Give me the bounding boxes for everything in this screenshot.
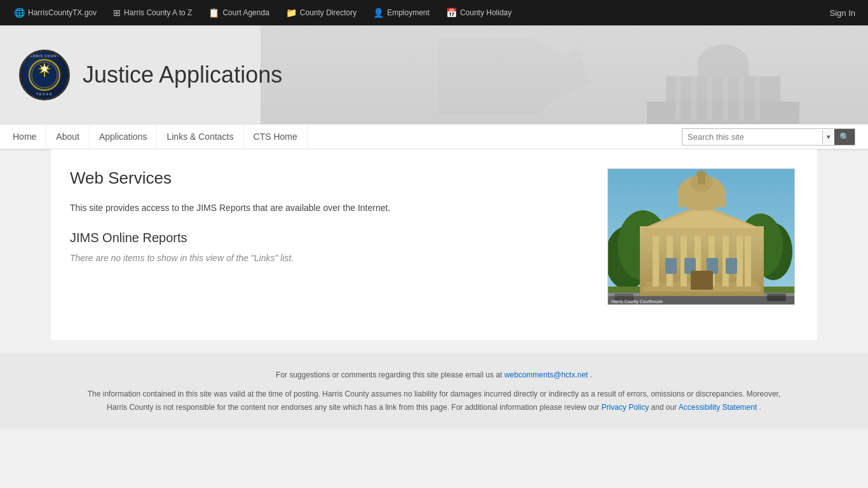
page-description: This site provides access to the JIMS Re…	[70, 201, 582, 215]
top-link-harriscountytx[interactable]: 🌐 HarrisCountyTX.gov	[6, 0, 104, 25]
site-title: Justice Applications	[83, 62, 282, 88]
svg-rect-32	[643, 228, 761, 236]
footer-disclaimer-end: .	[759, 403, 761, 412]
courthouse-svg: Harris County Courthouse	[608, 169, 795, 305]
top-link-court-agenda[interactable]: 📋 Court Agenda	[201, 0, 276, 25]
no-items-text: There are no items to show in this view …	[70, 253, 582, 263]
calendar-icon: 📋	[208, 8, 219, 18]
section-heading: JIMS Online Reports	[70, 231, 582, 245]
courthouse-image: Harris County Courthouse	[607, 168, 795, 305]
svg-rect-24	[653, 233, 659, 287]
nav-item-links-contacts[interactable]: Links & Contacts	[157, 124, 243, 149]
search-dropdown-icon[interactable]: ▾	[822, 130, 834, 144]
svg-rect-41	[665, 258, 677, 274]
svg-rect-8	[739, 76, 744, 121]
nav-item-cts-home[interactable]: CTS Home	[244, 124, 308, 149]
top-link-county-holiday[interactable]: 📅 County Holiday	[438, 0, 519, 25]
svg-rect-6	[707, 76, 712, 121]
footer-suggestion-prefix: For suggestions or comments regarding th…	[276, 370, 505, 379]
top-bar: 🌐 HarrisCountyTX.gov ⊞ Harris County A t…	[0, 0, 868, 25]
top-link-a-to-z[interactable]: ⊞ Harris County A to Z	[105, 0, 200, 25]
search-input[interactable]	[682, 130, 822, 144]
header-content: HARRIS COUNTY TEXAS Justice Applications	[0, 50, 301, 100]
footer-accessibility-link[interactable]: Accessibility Statement	[679, 403, 757, 412]
top-link-county-directory-label: County Directory	[300, 8, 356, 17]
site-logo: HARRIS COUNTY TEXAS	[19, 50, 70, 100]
navigation-bar: Home About Applications Links & Contacts…	[0, 124, 868, 149]
logo-text-bot: TEXAS	[27, 92, 62, 96]
main-content: Web Services This site provides access t…	[51, 149, 817, 340]
footer-suggestion: For suggestions or comments regarding th…	[51, 369, 817, 381]
top-link-a-to-z-label: Harris County A to Z	[124, 8, 192, 17]
person-icon: 👤	[373, 8, 384, 18]
site-header: HARRIS COUNTY TEXAS Justice Applications	[0, 25, 868, 124]
search-container: ▾ 🔍	[682, 128, 855, 146]
svg-rect-9	[755, 76, 760, 121]
footer: For suggestions or comments regarding th…	[0, 353, 868, 430]
footer-disclaimer-mid: and our	[651, 403, 678, 412]
content-left: Web Services This site provides access t…	[70, 168, 582, 305]
nav-item-home[interactable]: Home	[13, 124, 46, 149]
top-link-employment[interactable]: 👤 Employment	[365, 0, 437, 25]
header-background	[261, 25, 868, 124]
svg-rect-7	[723, 76, 728, 121]
footer-privacy-link[interactable]: Privacy Policy	[601, 403, 649, 412]
nav-item-applications[interactable]: Applications	[90, 124, 158, 149]
grid-icon: ⊞	[113, 8, 121, 18]
globe-icon: 🌐	[14, 8, 25, 18]
svg-rect-45	[691, 271, 713, 290]
svg-rect-31	[745, 233, 751, 287]
top-link-county-holiday-label: County Holiday	[460, 8, 512, 17]
svg-rect-44	[726, 258, 737, 274]
page-heading: Web Services	[70, 168, 582, 188]
footer-email-link[interactable]: webcomments@hctx.net	[505, 370, 588, 379]
content-area: Web Services This site provides access t…	[70, 168, 798, 305]
top-link-county-directory[interactable]: 📁 County Directory	[278, 0, 364, 25]
search-button[interactable]: 🔍	[834, 129, 855, 145]
sign-in-button[interactable]: Sign In	[824, 8, 862, 18]
svg-rect-5	[691, 76, 696, 121]
logo-text-top: HARRIS COUNTY	[27, 54, 62, 58]
footer-suggestion-suffix: .	[590, 370, 592, 379]
svg-rect-4	[675, 76, 681, 121]
holiday-icon: 📅	[446, 8, 457, 18]
top-link-harriscountytx-label: HarrisCountyTX.gov	[28, 8, 97, 17]
footer-disclaimer: The information contained in this site w…	[85, 388, 783, 414]
content-right: Harris County Courthouse	[607, 168, 798, 305]
svg-rect-30	[736, 233, 743, 287]
nav-item-about[interactable]: About	[46, 124, 90, 149]
top-link-court-agenda-label: Court Agenda	[222, 8, 269, 17]
top-link-employment-label: Employment	[387, 8, 430, 17]
nav-links: Home About Applications Links & Contacts…	[13, 124, 682, 149]
svg-text:Harris County Courthouse: Harris County Courthouse	[611, 299, 663, 304]
folder-icon: 📁	[286, 8, 297, 18]
top-nav-links: 🌐 HarrisCountyTX.gov ⊞ Harris County A t…	[6, 0, 824, 25]
